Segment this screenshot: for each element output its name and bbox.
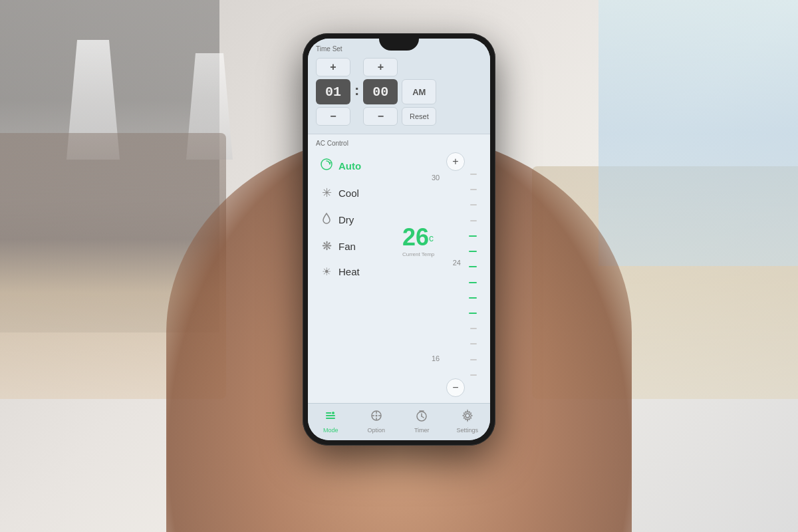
nav-item-timer[interactable]: Timer (399, 408, 445, 435)
hours-plus-button[interactable]: + (316, 58, 350, 76)
option-nav-label: Option (367, 427, 385, 434)
tick-7 (469, 266, 477, 267)
svg-rect-3 (326, 415, 335, 416)
mode-label-fan: Fan (338, 241, 356, 252)
tick-13 (470, 359, 477, 360)
phone-notch (379, 39, 419, 51)
timer-nav-icon (415, 409, 428, 426)
svg-point-16 (466, 414, 469, 418)
minutes-display: 00 (363, 79, 398, 104)
temp-area: + 30 26c Current Temp (429, 152, 482, 397)
settings-nav-label: Settings (456, 427, 478, 434)
phone-screen: Time Set + 01 − : (308, 39, 490, 440)
mode-list: Auto ✳ Cool (316, 152, 429, 397)
svg-point-5 (332, 412, 335, 415)
nav-item-settings[interactable]: Settings (445, 408, 491, 435)
mode-item-cool[interactable]: ✳ Cool (316, 180, 429, 205)
hours-col: + 01 − (316, 58, 350, 126)
minutes-plus-button[interactable]: + (363, 58, 398, 76)
minutes-minus-button[interactable]: − (363, 107, 398, 126)
mode-label-heat: Heat (338, 266, 360, 277)
hours-minus-button[interactable]: − (316, 107, 350, 126)
current-temp-display: 26c Current Temp (402, 224, 434, 258)
tick-12 (470, 343, 477, 344)
minutes-col: + 00 − (363, 58, 398, 126)
svg-line-14 (422, 416, 424, 418)
bg-window-right (598, 0, 798, 266)
auto-icon (320, 158, 333, 174)
colon-col: : (354, 61, 359, 123)
temp-sub-label: Current Temp (402, 252, 434, 258)
tick-5 (469, 235, 477, 237)
tick-4 (470, 220, 477, 221)
tick-9 (469, 297, 477, 299)
nav-item-option[interactable]: Option (354, 408, 400, 435)
ac-content: Auto ✳ Cool (316, 152, 482, 397)
mode-label-cool: Cool (338, 188, 359, 199)
tick-1 (470, 174, 477, 175)
tick-3 (470, 204, 477, 205)
tick-10 (469, 313, 477, 314)
svg-rect-4 (326, 418, 335, 419)
temp-unit: c (429, 233, 434, 243)
time-colon: : (354, 82, 359, 99)
bottom-nav: Mode Option (308, 403, 490, 440)
temp-max-label: 30 (432, 174, 440, 182)
svg-point-7 (375, 415, 377, 417)
reset-button[interactable]: Reset (402, 107, 436, 126)
temp-plus-button[interactable]: + (446, 152, 465, 171)
ac-control-label: AC Control (316, 140, 482, 147)
tick-8 (469, 282, 477, 283)
ac-section: AC Control (308, 134, 490, 403)
fan-icon: ❋ (320, 239, 333, 253)
heat-icon: ☀ (320, 265, 333, 278)
svg-marker-1 (329, 162, 331, 164)
ampm-col: AM Reset (402, 58, 436, 126)
tick-6 (469, 251, 477, 252)
option-nav-icon (370, 409, 383, 426)
mode-label-auto: Auto (338, 160, 361, 172)
tick-2 (470, 189, 477, 190)
temp-minus-button[interactable]: − (446, 378, 465, 397)
mode-nav-icon (324, 409, 337, 426)
temp-track: 30 26c Current Temp (429, 174, 482, 376)
ampm-display: AM (402, 79, 436, 104)
settings-nav-icon (461, 409, 474, 426)
tick-11 (470, 328, 477, 329)
time-set-section: Time Set + 01 − : (308, 39, 490, 134)
mode-label-dry: Dry (338, 214, 354, 225)
tick-14 (470, 374, 477, 376)
timer-nav-label: Timer (414, 427, 430, 434)
nav-item-mode[interactable]: Mode (308, 408, 354, 435)
time-controls: + 01 − : + 00 − (316, 58, 482, 126)
slider-ticks (464, 174, 477, 376)
dry-icon (320, 212, 333, 227)
phone: Time Set + 01 − : (303, 33, 495, 446)
temp-set-value: 24 (453, 259, 461, 267)
temp-current-value: 26 (402, 224, 429, 251)
hours-display: 01 (316, 79, 350, 104)
cool-icon: ✳ (320, 186, 333, 200)
mode-nav-label: Mode (323, 427, 338, 434)
mode-item-heat[interactable]: ☀ Heat (316, 260, 429, 283)
mode-item-auto[interactable]: Auto (316, 152, 429, 179)
phone-wrapper: Time Set + 01 − : (303, 33, 495, 446)
temp-min-label: 16 (432, 354, 440, 362)
